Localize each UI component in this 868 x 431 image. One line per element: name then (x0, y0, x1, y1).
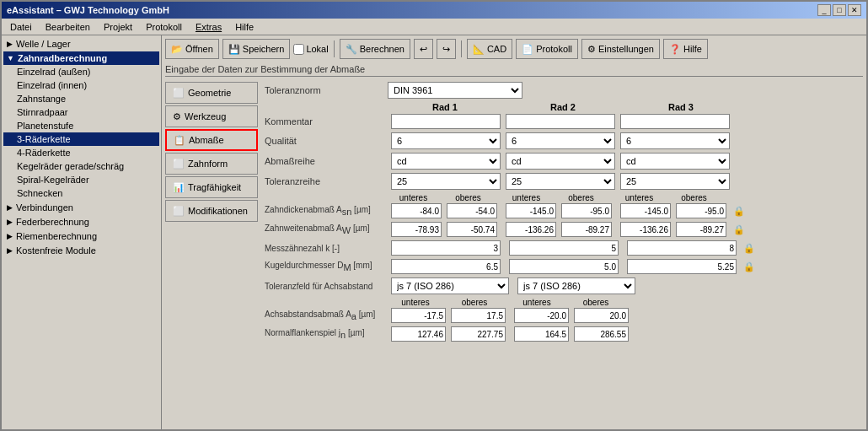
nfspiel-1u[interactable]: 127.46 (391, 326, 446, 342)
aabmass-1u[interactable]: -17.5 (391, 308, 446, 323)
nfspiel-2o[interactable]: 286.55 (574, 326, 629, 342)
tragfaehigkeit-button[interactable]: 📊 Tragfähigkeit (165, 176, 258, 198)
sub-header-2b: oberes (554, 193, 608, 202)
aabmass-1o[interactable]: 17.5 (451, 308, 506, 323)
zdabmass-1u[interactable]: -84.0 (391, 203, 442, 218)
zahnform-button[interactable]: ⬜ Zahnform (165, 153, 258, 175)
mzahl-3[interactable]: 8 (627, 240, 737, 256)
abmasse-button[interactable]: 📋 Abmaße (165, 129, 258, 151)
kommentar-input-2[interactable] (506, 114, 615, 129)
sidebar-item-schnecken[interactable]: Schnecken (3, 186, 159, 200)
abmassreihe-select-2[interactable]: cd (506, 153, 615, 170)
sep1 (334, 40, 335, 57)
sub-header-1b: oberes (441, 193, 496, 202)
sidebar-item-einzelrad-aussen[interactable]: Einzelrad (außen) (3, 65, 159, 78)
aabmass-2u[interactable]: -20.0 (514, 308, 569, 323)
tragfaehigkeit-icon: 📊 (173, 182, 185, 193)
sidebar-item-planetenstufe[interactable]: Planetenstufe (3, 119, 159, 132)
sidebar-header-zahnrad[interactable]: ▼ Zahnradberechnung (3, 51, 159, 65)
zwabmass-3u[interactable]: -136.26 (620, 222, 671, 237)
zdabmass-3u[interactable]: -145.0 (620, 203, 671, 218)
toleranznorm-select[interactable]: DIN 3961 (388, 82, 522, 99)
toleranzreihe-select-2[interactable]: 25 (506, 173, 615, 190)
werkzeug-label: Werkzeug (185, 111, 226, 121)
close-button[interactable]: ✕ (848, 4, 861, 16)
nfspiel-1o[interactable]: 227.75 (451, 326, 506, 342)
menu-projekt[interactable]: Projekt (99, 21, 137, 33)
sidebar-item-spiral-kegelraeder[interactable]: Spiral-Kegelräder (3, 173, 159, 186)
speichern-button[interactable]: 💾 Speichern (222, 39, 291, 59)
oeffnen-button[interactable]: 📂 Öffnen (165, 39, 219, 59)
toleranzfeld-select-1[interactable]: js 7 (ISO 286) (391, 277, 509, 294)
menu-hilfe[interactable]: Hilfe (230, 21, 259, 33)
minimize-button[interactable]: _ (817, 4, 831, 16)
sidebar-group-federberechnung: ▶ Federberechnung (3, 215, 159, 229)
mzahl-1[interactable]: 3 (391, 240, 501, 256)
kdurch-1[interactable]: 6.5 (391, 259, 501, 274)
zwabmass-1u[interactable]: -78.93 (391, 222, 442, 237)
toleranznorm-label: Toleranznorm (265, 85, 383, 95)
zdabmass-3o[interactable]: -95.0 (676, 203, 726, 218)
nfspiel-2u[interactable]: 164.5 (514, 326, 569, 342)
berechnen-button[interactable]: 🔧 Berechnen (340, 39, 410, 59)
qualitaet-select-1[interactable]: 6 (391, 132, 501, 149)
toleranzreihe-select-1[interactable]: 25 (391, 173, 501, 190)
werkzeug-button[interactable]: ⚙ Werkzeug (165, 105, 258, 127)
undo-button[interactable]: ↩ (414, 39, 433, 59)
protokoll-button[interactable]: 📄 Protokoll (516, 39, 578, 59)
sidebar-header-federberechnung[interactable]: ▶ Federberechnung (3, 215, 159, 229)
menu-extras[interactable]: Extras (190, 21, 227, 33)
help-icon: ❓ (669, 44, 681, 55)
lock-icon-zwabmass: 🔒 (733, 224, 745, 235)
menu-protokoll[interactable]: Protokoll (141, 21, 187, 33)
redo-button[interactable]: ↪ (437, 39, 456, 59)
maximize-button[interactable]: □ (833, 4, 846, 16)
sidebar-item-zahnstange[interactable]: Zahnstange (3, 92, 159, 105)
toleranzfeld-select-2[interactable]: js 7 (ISO 286) (517, 277, 635, 294)
lokal-checkbox[interactable] (293, 44, 304, 55)
sidebar-header-welle[interactable]: ▶ Welle / Lager (3, 37, 159, 51)
lock-icon-zdabmass: 🔒 (733, 206, 745, 217)
content-area: 📂 Öffnen 💾 Speichern Lokal 🔧 Berechnen (162, 35, 866, 429)
sidebar-item-3-raederkette[interactable]: 3-Räderkette (3, 132, 159, 146)
sidebar-header-verbindungen[interactable]: ▶ Verbindungen (3, 201, 159, 214)
geometrie-button[interactable]: ⬜ Geometrie (165, 82, 258, 104)
einstellungen-button[interactable]: ⚙ Einstellungen (581, 39, 660, 59)
zwabmass-1o[interactable]: -50.74 (447, 222, 497, 237)
messzaehnezahl-label: Messzähnezahl k [-] (265, 244, 386, 253)
kommentar-input-1[interactable] (391, 114, 501, 129)
arrow-icon-verbindungen: ▶ (7, 203, 13, 212)
kdurch-2[interactable]: 5.0 (509, 259, 619, 274)
arrow-icon-riemenberechnung: ▶ (7, 232, 13, 240)
zwabmass-2u[interactable]: -136.26 (506, 222, 556, 237)
aabmass-2o[interactable]: 20.0 (574, 308, 629, 323)
modifikationen-button[interactable]: ⬜ Modifikationen (165, 200, 258, 222)
sidebar-item-kegelraeder[interactable]: Kegelräder gerade/schräg (3, 159, 159, 173)
menu-datei[interactable]: Datei (5, 21, 37, 33)
mzahl-2[interactable]: 5 (509, 240, 619, 256)
zwabmass-2o[interactable]: -89.27 (561, 222, 612, 237)
qualitaet-select-3[interactable]: 6 (620, 132, 730, 149)
zwabmass-3o[interactable]: -89.27 (676, 222, 726, 237)
kdurch-3[interactable]: 5.25 (627, 259, 737, 274)
abmassreihe-select-3[interactable]: cd (620, 153, 730, 170)
cad-button[interactable]: 📐 CAD (467, 39, 512, 59)
zdabmass-2o[interactable]: -95.0 (561, 203, 612, 218)
qualitaet-select-2[interactable]: 6 (506, 132, 615, 149)
sidebar-group-riemenberechnung: ▶ Riemenberechnung (3, 229, 159, 243)
hilfe-button[interactable]: ❓ Hilfe (663, 39, 708, 59)
kommentar-input-3[interactable] (620, 114, 730, 129)
zdabmass-1o[interactable]: -54.0 (447, 203, 497, 218)
toleranzfeld-row: Toleranzfeld für Achsabstand js 7 (ISO 2… (265, 277, 863, 294)
toleranzreihe-select-3[interactable]: 25 (620, 173, 730, 190)
abmassreihe-select-1[interactable]: cd (391, 153, 501, 170)
sidebar-item-einzelrad-innen[interactable]: Einzelrad (innen) (3, 78, 159, 92)
sidebar-header-kostenfreie[interactable]: ▶ Kostenfreie Module (3, 244, 159, 257)
sidebar-header-riemenberechnung[interactable]: ▶ Riemenberechnung (3, 229, 159, 243)
zdabmass-2u[interactable]: -145.0 (506, 203, 556, 218)
sidebar-item-stirnradpaar[interactable]: Stirnradpaar (3, 105, 159, 119)
sub-header-2a: unteres (499, 193, 554, 202)
menu-bearbeiten[interactable]: Bearbeiten (40, 21, 95, 33)
modifikationen-label: Modifikationen (188, 206, 248, 216)
sidebar-item-4-raederkette[interactable]: 4-Räderkette (3, 146, 159, 159)
